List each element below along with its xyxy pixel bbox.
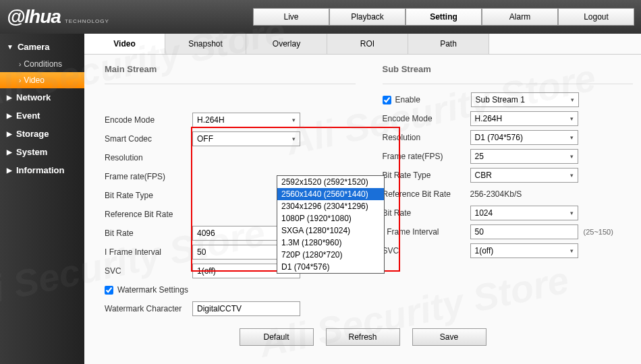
chevron-down-icon: ▾ — [570, 153, 574, 160]
chevron-right-icon: ▶ — [7, 166, 12, 174]
sub-bit-rate-label: Bit Rate — [383, 208, 470, 218]
resolution-option[interactable]: SXGA (1280*1024) — [277, 224, 384, 237]
default-button[interactable]: Default — [240, 328, 314, 346]
action-buttons: Default Refresh Save — [84, 328, 641, 346]
sidebar-item-video[interactable]: ›Video — [0, 72, 84, 88]
sub-stream-select[interactable]: Sub Stream 1▾ — [471, 92, 579, 107]
sub-ref-bit-rate-label: Reference Bit Rate — [383, 189, 470, 199]
sub-bit-rate-type-label: Bit Rate Type — [383, 171, 470, 180]
refresh-button[interactable]: Refresh — [326, 328, 400, 346]
chevron-down-icon: ▼ — [7, 43, 13, 51]
sub-iframe-input[interactable]: 50 — [470, 224, 578, 239]
sub-encode-mode-select[interactable]: H.264H▾ — [470, 111, 578, 126]
resolution-option[interactable]: 2560x1440 (2560*1440) — [277, 188, 384, 200]
sidebar-camera[interactable]: ▼Camera — [0, 38, 84, 56]
chevron-right-icon: › — [19, 61, 21, 68]
sidebar-event[interactable]: ▶Event — [0, 107, 84, 125]
iframe-label: I Frame Interval — [105, 247, 192, 257]
nav-alarm[interactable]: Alarm — [482, 8, 558, 26]
resolution-option[interactable]: 2304x1296 (2304*1296) — [277, 200, 384, 212]
chevron-right-icon: › — [19, 77, 21, 84]
sub-stream-title: Sub Stream — [383, 64, 634, 74]
sidebar: ▼Camera ›Conditions ›Video ▶Network ▶Eve… — [0, 34, 84, 364]
encode-mode-select[interactable]: H.264H▾ — [192, 113, 300, 127]
chevron-right-icon: ▶ — [7, 130, 12, 138]
sub-iframe-note: (25~150) — [584, 228, 613, 236]
tab-roi[interactable]: ROI — [327, 34, 408, 54]
resolution-option[interactable]: 2592x1520 (2592*1520) — [277, 176, 384, 188]
sub-encode-mode-label: Encode Mode — [383, 114, 470, 123]
main-stream-title: Main Stream — [105, 64, 356, 74]
frame-rate-label: Frame rate(FPS) — [105, 172, 192, 181]
smart-codec-select[interactable]: OFF▾ — [192, 131, 300, 146]
smart-codec-label: Smart Codec — [105, 134, 192, 144]
sub-iframe-label: I Frame Interval — [383, 227, 470, 237]
svc-label: SVC — [105, 266, 192, 276]
sub-svc-label: SVC — [383, 246, 470, 255]
sidebar-network[interactable]: ▶Network — [0, 88, 84, 107]
sidebar-storage[interactable]: ▶Storage — [0, 125, 84, 143]
resolution-dropdown[interactable]: 2592x1520 (2592*1520) 2560x1440 (2560*14… — [277, 175, 385, 274]
resolution-option[interactable]: 720P (1280*720) — [277, 249, 384, 261]
resolution-option[interactable]: 1080P (1920*1080) — [277, 212, 384, 224]
watermark-checkbox[interactable] — [105, 286, 113, 295]
top-nav: Live Playback Setting Alarm Logout — [253, 8, 634, 26]
chevron-down-icon: ▾ — [570, 247, 574, 254]
chevron-down-icon: ▾ — [570, 115, 574, 122]
chevron-right-icon: ▶ — [7, 148, 12, 156]
chevron-right-icon: ▶ — [7, 94, 12, 101]
tab-overlay[interactable]: Overlay — [246, 34, 327, 54]
sidebar-item-conditions[interactable]: ›Conditions — [0, 56, 84, 72]
chevron-down-icon: ▾ — [570, 134, 574, 141]
sub-frame-rate-label: Frame rate(FPS) — [383, 152, 470, 161]
sub-svc-select[interactable]: 1(off)▾ — [470, 243, 578, 258]
resolution-label: Resolution — [105, 153, 192, 162]
subtabs: Video Snapshot Overlay ROI Path — [84, 34, 641, 55]
chevron-down-icon: ▾ — [571, 96, 574, 103]
sub-resolution-label: Resolution — [383, 133, 470, 142]
nav-setting[interactable]: Setting — [406, 8, 482, 26]
tab-path[interactable]: Path — [408, 34, 489, 54]
logo-subtitle: TECHNOLOGY — [65, 18, 109, 24]
content: Video Snapshot Overlay ROI Path Main Str… — [84, 34, 641, 364]
chevron-down-icon: ▾ — [292, 117, 296, 123]
sub-frame-rate-select[interactable]: 25▾ — [470, 149, 578, 164]
ref-bit-rate-label: Reference Bit Rate — [105, 210, 192, 219]
chevron-right-icon: ▶ — [7, 112, 12, 119]
sub-stream-panel: Sub Stream EnableSub Stream 1▾ Encode Mo… — [383, 64, 634, 319]
nav-logout[interactable]: Logout — [558, 8, 634, 26]
enable-checkbox[interactable] — [383, 96, 391, 104]
tab-video[interactable]: Video — [84, 34, 165, 54]
sub-bit-rate-type-select[interactable]: CBR▾ — [470, 168, 578, 183]
header: @lhua TECHNOLOGY Live Playback Setting A… — [0, 0, 641, 34]
sub-resolution-select[interactable]: D1 (704*576)▾ — [470, 130, 578, 145]
tab-snapshot[interactable]: Snapshot — [165, 34, 246, 54]
chevron-down-icon: ▾ — [292, 135, 296, 142]
sidebar-information[interactable]: ▶Information — [0, 161, 84, 179]
watermark-settings-label: Watermark Settings — [117, 285, 188, 295]
nav-live[interactable]: Live — [253, 8, 329, 26]
resolution-option[interactable]: 1.3M (1280*960) — [277, 237, 384, 249]
sub-ref-bit-rate-value: 256-2304Kb/S — [470, 189, 522, 199]
save-button[interactable]: Save — [412, 328, 486, 346]
encode-mode-label: Encode Mode — [105, 115, 192, 125]
sub-bit-rate-select[interactable]: 1024▾ — [470, 206, 578, 220]
logo: @lhua TECHNOLOGY — [7, 6, 109, 28]
nav-playback[interactable]: Playback — [329, 8, 406, 26]
watermark-char-input[interactable]: DigitalCCTV — [192, 301, 300, 316]
chevron-down-icon: ▾ — [570, 172, 574, 179]
sidebar-system[interactable]: ▶System — [0, 143, 84, 161]
bit-rate-type-label: Bit Rate Type — [105, 191, 192, 200]
enable-label: Enable — [395, 95, 471, 104]
resolution-option[interactable]: D1 (704*576) — [277, 261, 384, 273]
watermark-char-label: Watermark Character — [105, 304, 192, 313]
bit-rate-label: Bit Rate — [105, 229, 192, 238]
chevron-down-icon: ▾ — [570, 210, 574, 216]
